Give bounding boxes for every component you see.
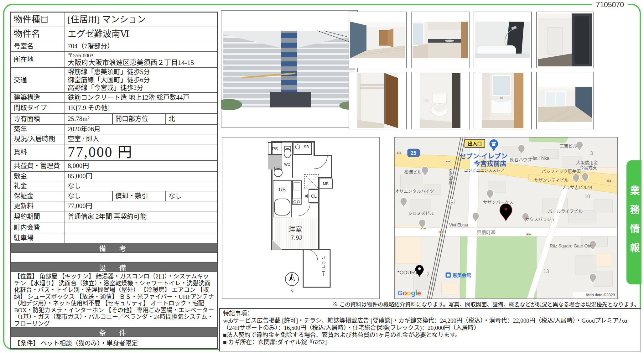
row-value: 8,000円: [65, 161, 217, 171]
toilet-photo-graphic: [412, 72, 469, 129]
rent-value: 77,000 円: [65, 144, 217, 160]
plan-label-room: 洋室: [289, 226, 302, 233]
rail-label: 南海本線: [448, 169, 453, 185]
special-notes-line: ■法人契約で違約金を免除する場合、家賃および共益費の1ヶ月の礼金が必要となります…: [223, 331, 637, 339]
entrance-photo-graphic: [537, 12, 593, 68]
table-row: 建築構造鉄筋コンクリート造 地上12階 総戸数44戸: [11, 92, 217, 102]
table-row: 現況/入居時期空室 / 即入: [11, 134, 217, 144]
poi-seven-line1: セブン-イレブン: [460, 153, 507, 160]
row-value: 77,000円: [65, 201, 217, 211]
equipment-header: 設 備: [11, 262, 217, 272]
block-num-3: 3: [590, 151, 593, 156]
plan-label-north: N: [290, 288, 293, 293]
row-label: 礼金: [11, 181, 65, 191]
business-info-tab[interactable]: 業務情報: [626, 160, 641, 284]
row-label: 契約期間: [11, 211, 65, 222]
postal-code: 〒556-0003: [68, 53, 215, 59]
table-row: 号室名704（7階部分）: [11, 41, 217, 51]
road-kaigara: 貝柄町通: [477, 230, 496, 235]
row-label: 償却・敷引: [113, 191, 166, 201]
row-label: 町内会費: [11, 222, 65, 233]
destination-pin-dot: [505, 208, 507, 210]
map-graphic: 25 出入口 セブン-イレブン 今宮戎前店 コンビニエンスストア: [395, 138, 617, 298]
poi-south-palace: サウスパラジェ: [525, 217, 556, 222]
row-value: [住居用] マンション: [65, 13, 217, 27]
plan-label-ps: PS: [272, 146, 278, 151]
row-value: なし: [166, 191, 217, 201]
block-num-2: 2: [427, 272, 429, 277]
conditions-header: 条 件: [11, 327, 217, 336]
closet-photo-graphic: [349, 72, 406, 129]
property-sheet: 7105070 業務情報 物件種目[住居用] マンション 物件名エグゼ難波南Ⅵ …: [0, 0, 644, 353]
document-number: 7105070: [592, 1, 628, 9]
row-value: なし: [65, 191, 113, 201]
table-row: 交通 堺筋線「恵美須町」徒歩5分 御堂筋線「大国町」徒歩6分 高野線「今宮戎」徒…: [11, 67, 217, 92]
floor-plan-graphic: PS WC SB MB UB CL 洋室 7.9J バルコニー N: [222, 138, 379, 298]
row-value: エグゼ難波南Ⅵ: [65, 27, 217, 41]
poi-matsuura: 松浦ビル: [404, 169, 422, 174]
table-row: 礼金なし: [11, 181, 217, 191]
row-value: 普通借家 2年間 再契約可能: [65, 211, 217, 222]
row-value: 1K[7.9 その他]: [65, 103, 217, 113]
row-label: 号室名: [11, 41, 65, 51]
block-num-10: 10: [584, 194, 590, 199]
photo-kitchen: [411, 12, 470, 68]
row-value: なし: [65, 181, 217, 191]
poi-pearl: パールライフビル: [548, 209, 583, 214]
table-row: 物件名エグゼ難波南Ⅵ: [11, 27, 217, 41]
row-label: 駐車場: [11, 233, 65, 243]
table-row: 間取タイプ1K[7.9 その他]: [11, 102, 217, 113]
row-label: 敷金: [11, 172, 65, 181]
photo-washbasin: [474, 72, 532, 129]
row-label: 開口部方位: [113, 114, 166, 124]
table-row: 築年2020年06月: [11, 124, 217, 134]
poi-oriental: オリエンタルハイツ: [395, 189, 434, 194]
row-value: 〒556-0003 大阪府大阪市浪速区恵美須西２丁目14-15: [65, 52, 217, 67]
row-label: 物件名: [11, 27, 65, 41]
row-label: 共益費・管理費: [11, 161, 65, 171]
plan-label-balcony: バルコニー: [321, 256, 326, 276]
room2-photo-graphic: [537, 72, 593, 129]
transport-line: 堺筋線「恵美須町」徒歩5分: [68, 68, 215, 76]
plan-label-ub: UB: [279, 187, 286, 192]
washbasin-photo-graphic: [474, 72, 531, 129]
poi-plaza: プラザ志ビル44: [561, 185, 592, 190]
business-info-tab-label: 業務情報: [627, 185, 641, 262]
table-row: 町内会費: [11, 222, 217, 233]
row-value: 空室 / 即入: [65, 134, 217, 144]
row-label: 現況/入居時期: [11, 134, 65, 144]
poi-seven-line2: 今宮戎前店: [473, 160, 506, 167]
poi-sanpo: 三宝ビル: [560, 143, 577, 148]
google-logo: Google: [397, 289, 421, 297]
row-label: 更新料: [11, 201, 65, 211]
poi-seven-line3: コンビニエンスストア: [464, 168, 504, 173]
table-row: 駐車場: [11, 233, 217, 243]
photo-toilet: [411, 72, 470, 129]
building-photo-graphic: [221, 11, 357, 127]
row-label: 物件種目: [11, 13, 65, 27]
rail-no: 1: [451, 200, 453, 203]
row-value: 2020年06月: [65, 125, 217, 134]
row-value: [65, 233, 217, 243]
row-label: 所在地: [11, 52, 65, 67]
poi-court: *COURT: [397, 270, 418, 276]
special-notes: 特記事項： webサービス広告掲載 [許可]・チラシ、雑誌等掲載広告 [要確認]…: [219, 308, 641, 351]
table-row: 専有面積 25.78m² 開口部方位 北: [11, 113, 217, 124]
special-notes-line: webサービス広告掲載 [許可]・チラシ、雑誌等掲載広告 [要確認]・カギ鍵交換…: [223, 317, 637, 331]
poi-ritz: Ritz Square Gate Qbe: [550, 243, 593, 248]
table-row: 所在地 〒556-0003 大阪府大阪市浪速区恵美須西２丁目14-15: [11, 51, 217, 67]
plan-label-wc: WC: [284, 162, 290, 167]
special-notes-title: 特記事項：: [223, 310, 637, 317]
transport-line: 高野線「今宮戎」徒歩2分: [68, 84, 215, 92]
table-row: 物件種目[住居用] マンション: [11, 13, 217, 27]
poi-southern-parks: サザンパークス: [483, 200, 513, 205]
photo-room-door: [349, 12, 407, 68]
kitchen-photo-graphic: [412, 12, 469, 68]
route-shield-label: 25: [411, 150, 416, 156]
remarks-header: 備 考: [11, 243, 217, 252]
row-value: 北: [166, 114, 217, 124]
map: 25 出入口 セブン-イレブン 今宮戎前店 コンビニエンスストア: [394, 137, 618, 299]
plan-label-sb: SB: [304, 145, 309, 149]
room-photo-graphic: [349, 12, 406, 68]
row-label: 間取タイプ: [11, 103, 65, 113]
